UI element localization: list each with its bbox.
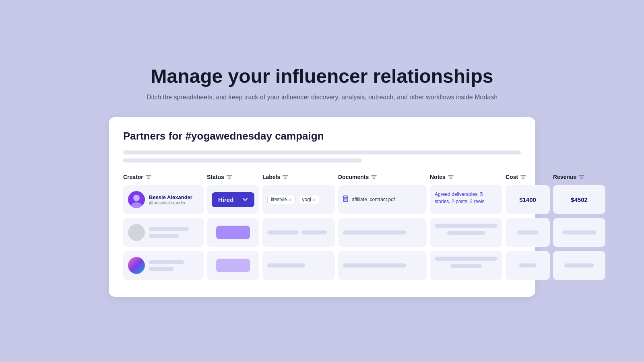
filter-skeleton <box>123 150 521 162</box>
col-header-notes: Notes <box>430 174 502 180</box>
avatar-skeleton-2 <box>128 257 145 274</box>
revenue-filter-icon[interactable] <box>579 175 584 179</box>
page-title: Manage your influencer relationships <box>151 65 493 87</box>
col-header-documents: Documents <box>338 174 427 180</box>
svg-point-22 <box>133 195 140 201</box>
status-hired-button[interactable]: Hired <box>212 192 254 207</box>
creator-info: Bessie Alexander @bessiealexander <box>149 194 192 205</box>
skeleton-cost-cell <box>506 218 550 247</box>
skeleton-revenue-cell-2 <box>553 251 605 280</box>
skeleton-status-cell-2 <box>207 251 259 280</box>
main-card: Partners for #yogawednesday campaign Cre… <box>109 117 535 297</box>
table-row <box>123 251 521 280</box>
skeleton-creator-cell-2 <box>123 251 204 280</box>
page-subtitle: Ditch the spreadsheets, and keep track o… <box>147 94 497 101</box>
skeleton-creator-cell <box>123 218 204 247</box>
skeleton-status-cell <box>207 218 259 247</box>
creator-filter-icon[interactable] <box>146 175 151 179</box>
revenue-value: $4502 <box>571 196 588 203</box>
documents-filter-icon[interactable] <box>371 175 377 179</box>
page-container: Manage your influencer relationships Dit… <box>0 49 644 313</box>
cost-cell: $1400 <box>506 185 550 214</box>
table-row: Bessie Alexander @bessiealexander Hired <box>123 185 521 214</box>
skeleton-labels-cell-2 <box>262 251 335 280</box>
cost-filter-icon[interactable] <box>520 175 526 179</box>
close-yogi-icon[interactable]: × <box>313 197 316 202</box>
skeleton-revenue-cell <box>553 218 605 247</box>
document-icon <box>343 195 349 204</box>
col-header-labels: Labels <box>262 174 335 180</box>
skeleton-cost-cell-2 <box>506 251 550 280</box>
status-cell: Hired <box>207 185 259 214</box>
labels-filter-icon[interactable] <box>283 175 288 179</box>
table-row <box>123 218 521 247</box>
chevron-down-icon <box>242 197 248 202</box>
table-header: Creator Status <box>123 174 521 185</box>
notes-cell: Agreed deliverables: 5 stories, 2 posts,… <box>430 185 502 214</box>
status-filter-icon[interactable] <box>227 175 232 179</box>
label-tag-yogi: yogi × <box>299 195 320 204</box>
notes-text: Agreed deliverables: 5 stories, 2 posts,… <box>435 191 497 205</box>
skeleton-notes-cell <box>430 218 502 247</box>
skeleton-labels-cell <box>262 218 335 247</box>
notes-filter-icon[interactable] <box>448 175 454 179</box>
creator-handle: @bessiealexander <box>149 200 192 205</box>
col-header-cost: Cost <box>506 174 550 180</box>
revenue-cell: $4502 <box>553 185 605 214</box>
creator-name: Bessie Alexander <box>149 194 192 200</box>
skeleton-docs-cell-2 <box>338 251 427 280</box>
campaign-title: Partners for #yogawednesday campaign <box>123 130 521 142</box>
close-lifestyle-icon[interactable]: × <box>289 197 292 202</box>
documents-cell: affiliate_contract.pdf <box>338 185 427 214</box>
avatar-skeleton <box>128 224 145 241</box>
labels-cell: lifestyle × yogi × <box>262 185 335 214</box>
document-name[interactable]: affiliate_contract.pdf <box>352 197 395 202</box>
label-tag-lifestyle: lifestyle × <box>267 195 295 204</box>
table: Creator Status <box>123 174 521 280</box>
creator-cell: Bessie Alexander @bessiealexander <box>123 185 204 214</box>
skeleton-docs-cell <box>338 218 427 247</box>
cost-value: $1400 <box>519 196 536 203</box>
col-header-revenue: Revenue <box>553 174 605 180</box>
col-header-creator: Creator <box>123 174 204 180</box>
col-header-status: Status <box>207 174 259 180</box>
avatar <box>128 191 145 208</box>
skeleton-notes-cell-2 <box>430 251 502 280</box>
